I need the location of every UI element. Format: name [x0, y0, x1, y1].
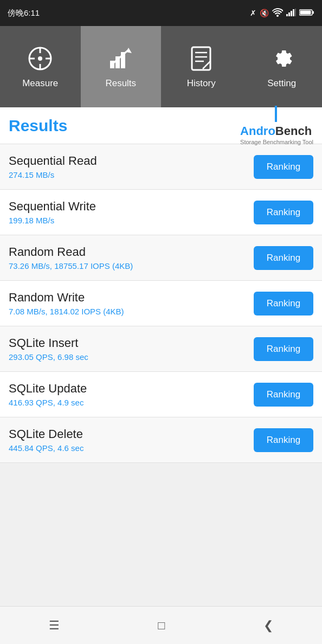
logo-subtitle: Storage Benchmarking Tool — [240, 139, 313, 145]
result-row: Random Read73.26 MB/s, 18755.17 IOPS (4K… — [0, 235, 322, 281]
logo-black: Bench — [275, 124, 312, 138]
result-row: Random Write7.08 MB/s, 1814.02 IOPS (4KB… — [0, 281, 322, 326]
nav-menu-button[interactable]: ☰ — [49, 619, 60, 633]
results-list: Sequential Read274.15 MB/sRankingSequent… — [0, 144, 322, 463]
status-icons: ✗ 🔇 — [250, 8, 314, 18]
svg-line-24 — [203, 67, 205, 69]
ranking-button[interactable]: Ranking — [254, 201, 313, 224]
result-row: Sequential Write199.18 MB/sRanking — [0, 190, 322, 235]
result-name: SQLite Update — [9, 382, 254, 396]
logo-bar — [275, 106, 277, 122]
logo-blue: Andro — [240, 124, 275, 138]
result-name: SQLite Insert — [9, 336, 254, 350]
tab-results[interactable]: Results — [81, 26, 162, 107]
result-value: 7.08 MB/s, 1814.02 IOPS (4KB) — [9, 307, 254, 316]
battery-icon — [299, 9, 314, 18]
ranking-button[interactable]: Ranking — [254, 383, 313, 407]
nav-back-button[interactable]: ❮ — [263, 619, 273, 633]
result-info: SQLite Insert293.05 QPS, 6.98 sec — [9, 336, 254, 362]
ranking-button[interactable]: Ranking — [254, 155, 313, 179]
result-name: Sequential Write — [9, 199, 254, 214]
ranking-button[interactable]: Ranking — [254, 428, 313, 452]
tab-measure-label: Measure — [22, 78, 58, 89]
ranking-button[interactable]: Ranking — [254, 337, 313, 361]
result-info: Sequential Write199.18 MB/s — [9, 199, 254, 225]
result-info: Sequential Read274.15 MB/s — [9, 154, 254, 179]
result-name: Random Read — [9, 245, 254, 259]
result-row: SQLite Insert293.05 QPS, 6.98 secRanking — [0, 326, 322, 372]
svg-rect-4 — [295, 9, 296, 16]
result-value: 445.84 QPS, 4.6 sec — [9, 443, 254, 453]
result-value: 199.18 MB/s — [9, 216, 254, 225]
result-row: Sequential Read274.15 MB/sRanking — [0, 144, 322, 190]
result-value: 293.05 QPS, 6.98 sec — [9, 352, 254, 362]
svg-marker-18 — [126, 48, 132, 53]
svg-rect-19 — [192, 47, 210, 70]
logo-area: AndroBench Storage Benchmarking Tool — [240, 106, 313, 145]
tab-history-label: History — [187, 78, 216, 89]
tab-results-label: Results — [105, 78, 136, 89]
page-title: Results — [9, 117, 67, 135]
signal-icon — [286, 9, 296, 18]
result-info: SQLite Delete445.84 QPS, 4.6 sec — [9, 427, 254, 453]
result-row: SQLite Delete445.84 QPS, 4.6 secRanking — [0, 417, 322, 463]
nav-home-button[interactable]: □ — [158, 619, 165, 633]
svg-rect-6 — [313, 11, 314, 14]
setting-icon — [268, 44, 296, 73]
status-bar: 傍晚6:11 ✗ 🔇 — [0, 0, 322, 26]
bottom-nav: ☰ □ ❮ — [0, 606, 322, 644]
ranking-button[interactable]: Ranking — [254, 246, 313, 270]
result-value: 274.15 MB/s — [9, 170, 254, 179]
mute-icon: 🔇 — [260, 9, 269, 17]
svg-point-9 — [38, 56, 42, 61]
logo-text: AndroBench — [240, 124, 313, 138]
tab-history[interactable]: History — [161, 26, 242, 107]
result-info: SQLite Update416.93 QPS, 4.9 sec — [9, 382, 254, 407]
result-info: Random Read73.26 MB/s, 18755.17 IOPS (4K… — [9, 245, 254, 271]
wifi-icon — [272, 8, 283, 18]
svg-rect-0 — [286, 14, 288, 16]
bluetooth-icon: ✗ — [250, 9, 256, 17]
tab-setting[interactable]: Setting — [242, 26, 323, 107]
result-name: Sequential Read — [9, 154, 254, 168]
result-name: Random Write — [9, 291, 254, 305]
result-value: 416.93 QPS, 4.9 sec — [9, 398, 254, 407]
result-value: 73.26 MB/s, 18755.17 IOPS (4KB) — [9, 261, 254, 271]
svg-rect-2 — [291, 11, 292, 16]
status-time: 傍晚6:11 — [8, 8, 40, 18]
measure-icon — [26, 44, 54, 73]
tab-bar: Measure Results — [0, 26, 322, 107]
tab-measure[interactable]: Measure — [0, 26, 81, 107]
header: Results AndroBench Storage Benchmarking … — [0, 107, 322, 144]
svg-rect-3 — [293, 9, 294, 16]
svg-rect-1 — [288, 12, 290, 16]
history-icon — [187, 44, 215, 73]
result-row: SQLite Update416.93 QPS, 4.9 secRanking — [0, 372, 322, 417]
result-info: Random Write7.08 MB/s, 1814.02 IOPS (4KB… — [9, 291, 254, 316]
logo-text-area: AndroBench Storage Benchmarking Tool — [240, 124, 313, 145]
ranking-button[interactable]: Ranking — [254, 292, 313, 315]
results-icon — [107, 44, 135, 73]
tab-setting-label: Setting — [267, 78, 296, 89]
result-name: SQLite Delete — [9, 427, 254, 441]
svg-rect-7 — [300, 10, 311, 14]
